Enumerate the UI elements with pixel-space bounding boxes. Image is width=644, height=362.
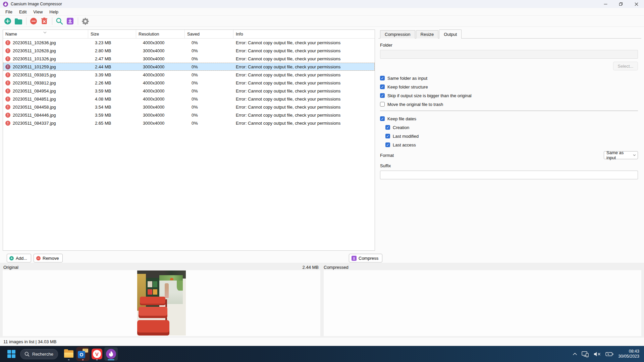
file-name: 20230511_084337.jpg [13,121,56,126]
taskbar-caesium[interactable] [104,347,118,361]
error-icon: ! [5,64,10,69]
statusbar: 11 images in list | 34.03 MB [0,337,644,346]
checkbox-option[interactable]: ✓ Keep file dates [380,116,638,121]
file-name: 20230511_084954.jpg [13,88,56,94]
close-button[interactable] [629,0,644,8]
file-name: 20230511_093812.jpg [13,80,56,85]
format-dropdown[interactable]: Same as input [604,151,638,159]
search-icon [24,352,30,357]
column-header-size[interactable]: Size [88,30,136,38]
checkbox[interactable]: ✓ [385,134,390,138]
file-resolution: 3000x4000 [136,55,185,63]
error-icon: ! [5,40,10,45]
column-header-info[interactable]: Info [233,30,375,38]
running-indicator [68,359,70,360]
checkbox-option[interactable]: ✓ Creation [385,125,638,130]
checkbox[interactable]: ✓ [380,76,385,80]
taskbar-clock[interactable]: 08:43 30/05/2023 [618,349,639,359]
cast-device-icon[interactable] [582,351,589,357]
clear-list-button[interactable] [39,16,49,26]
file-size: 2.80 MB [88,47,136,55]
taskbar-outlook[interactable]: O [76,347,90,361]
table-row[interactable]: !20230511_084337.jpg 2.65 MB 3000x4000 0… [3,119,375,127]
file-name: 20230511_101326.jpg [13,56,56,61]
table-row[interactable]: !20230511_084446.jpg 3.59 MB 3000x4000 0… [3,111,375,119]
checkbox[interactable]: ✓ [380,84,385,89]
restore-button[interactable] [613,0,629,8]
file-resolution: 3000x4000 [136,63,185,71]
titlebar: Caesium Image Compressor [0,0,644,8]
checkbox-option[interactable]: ✓ Same folder as input [380,76,638,80]
folder-input[interactable] [380,50,638,59]
suffix-label: Suffix [380,163,638,168]
checkbox[interactable]: ✓ [385,142,390,147]
checkbox-option[interactable]: ✓ Last modified [385,134,638,138]
table-row[interactable]: !20230511_102628.jpg 2.80 MB 3000x4000 0… [3,47,375,55]
table-row[interactable]: !20230511_084954.jpg 3.59 MB 4000x3000 0… [3,87,375,95]
table-row[interactable]: !20230511_102636.jpg 3.23 MB 4000x3000 0… [3,39,375,47]
taskbar-file-explorer[interactable] [62,347,75,361]
file-size: 4.08 MB [88,95,136,103]
tab-output[interactable]: Output [439,29,462,39]
table-row[interactable]: !20230511_084851.jpg 4.08 MB 4000x3000 0… [3,95,375,103]
table-row[interactable]: !20230511_093815.jpg 3.39 MB 4000x3000 0… [3,71,375,79]
error-icon: ! [5,48,10,53]
column-header-saved[interactable]: Saved [185,30,233,38]
file-info: Error: Cannot copy output file, check yo… [233,111,375,119]
active-window-indicator [108,359,114,360]
select-folder-button[interactable]: Select... [613,62,638,70]
start-button[interactable] [5,347,18,361]
menu-help[interactable]: Help [46,8,62,15]
remove-images-button[interactable] [29,16,39,26]
file-info: Error: Cannot copy output file, check yo… [233,79,375,87]
tab-resize[interactable]: Resize [416,30,439,39]
add-icon [4,17,11,25]
table-row[interactable]: !20230511_084458.jpg 3.54 MB 3000x4000 0… [3,103,375,111]
checkbox[interactable]: ✓ [385,125,390,130]
add-images-button[interactable] [3,16,13,26]
compressed-preview-pane[interactable] [324,270,641,336]
toolbar [0,16,644,27]
checkbox[interactable]: ✓ [380,93,385,98]
running-indicator [96,359,98,360]
compress-button[interactable]: Compress [349,254,382,262]
clear-list-icon [41,17,48,25]
add-button[interactable]: + Add... [7,254,31,262]
file-saved: 0% [185,87,233,95]
tab-compression[interactable]: Compression [380,30,415,39]
tray-chevron-up-icon[interactable] [573,353,577,355]
search-button[interactable] [54,16,64,26]
file-size: 3.54 MB [88,103,136,111]
sort-indicator-icon [43,29,47,35]
checkbox-option[interactable]: ✓ Last access [385,142,638,147]
checkbox-option[interactable]: ✓ Skip if output size is bigger than the… [380,93,638,98]
file-resolution: 3000x4000 [136,119,185,127]
battery-charging-icon[interactable] [605,352,613,356]
search-icon [56,17,63,25]
minimize-button[interactable] [598,0,613,8]
suffix-input[interactable] [380,171,638,179]
checkbox[interactable] [380,102,385,107]
menu-edit[interactable]: Edit [16,8,30,15]
checkbox[interactable]: ✓ [380,116,385,121]
taskbar-search[interactable]: Recherche [20,349,58,359]
checkbox-label: Creation [393,125,409,130]
column-header-resolution[interactable]: Resolution [136,30,185,38]
table-row[interactable]: !20230511_101259.jpg 2.44 MB 3000x4000 0… [3,63,375,71]
volume-muted-icon[interactable] [594,352,601,357]
taskbar-vivaldi[interactable]: V [90,347,104,361]
menu-view[interactable]: View [30,8,46,15]
open-folder-button[interactable] [13,16,23,26]
settings-button[interactable] [80,16,90,26]
checkbox-option[interactable]: Move the original file to trash [380,102,638,107]
menu-file[interactable]: File [2,8,16,15]
compress-toolbar-button[interactable] [65,16,75,26]
table-row[interactable]: !20230511_101326.jpg 2.47 MB 3000x4000 0… [3,55,375,63]
file-info: Error: Cannot copy output file, check yo… [233,55,375,63]
original-preview-pane[interactable] [3,270,320,336]
file-info: Error: Cannot copy output file, check yo… [233,47,375,55]
checkbox-label: Move the original file to trash [387,102,443,107]
checkbox-option[interactable]: ✓ Keep folder structure [380,84,638,89]
remove-button[interactable]: − Remove [34,254,63,262]
table-row[interactable]: !20230511_093812.jpg 2.26 MB 4000x3000 0… [3,79,375,87]
